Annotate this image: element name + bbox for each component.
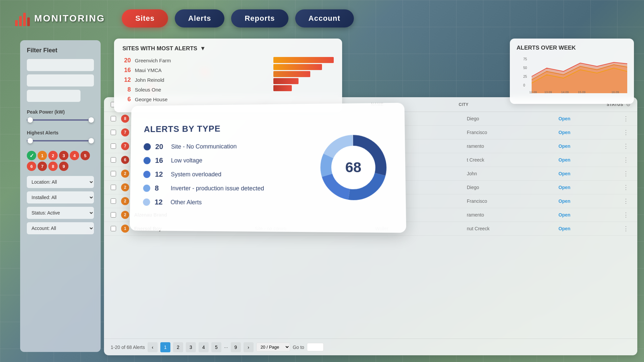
peak-power-slider[interactable] bbox=[27, 117, 94, 123]
nav-alerts-button[interactable]: Alerts bbox=[175, 9, 224, 27]
badge-check[interactable]: ✓ bbox=[27, 151, 36, 160]
installed-filter[interactable]: Installed: All bbox=[27, 191, 94, 203]
badge-7[interactable]: 7 bbox=[38, 162, 47, 171]
alert-badges-container: ✓ 1 2 3 4 5 6 7 8 9 bbox=[27, 151, 94, 171]
badge-5[interactable]: 5 bbox=[80, 151, 90, 160]
row-checkbox[interactable] bbox=[111, 171, 116, 176]
row-checkbox[interactable] bbox=[111, 130, 116, 135]
svg-text:13.09: 13.09 bbox=[544, 90, 552, 94]
cell-city: Diego bbox=[467, 185, 553, 190]
more-options-btn[interactable]: ⋮ bbox=[621, 184, 631, 191]
badge-8[interactable]: 8 bbox=[48, 162, 58, 171]
filter-input-2[interactable] bbox=[27, 74, 94, 86]
alert-count-badge: 8 bbox=[121, 115, 129, 123]
more-options-btn[interactable]: ⋮ bbox=[621, 142, 631, 150]
badge-9[interactable]: 9 bbox=[59, 162, 68, 171]
filter-input-3[interactable] bbox=[27, 90, 80, 102]
account-filter[interactable]: Account: All bbox=[27, 222, 94, 234]
more-options-btn[interactable]: ⋮ bbox=[621, 211, 631, 219]
location-filter[interactable]: Location: All bbox=[27, 176, 94, 188]
site-row-5: 6 George House bbox=[122, 96, 260, 103]
cell-status: Open bbox=[558, 130, 616, 135]
row-checkbox[interactable] bbox=[111, 198, 116, 204]
nav-sites-button[interactable]: Sites bbox=[122, 9, 168, 27]
more-options-btn[interactable]: ⋮ bbox=[621, 156, 631, 164]
highest-alerts-label: Highest Alerts bbox=[27, 130, 94, 135]
cell-city: nut Creeck bbox=[467, 226, 553, 231]
cell-city: Francisco bbox=[467, 130, 553, 135]
svg-text:0: 0 bbox=[523, 83, 525, 87]
badge-6[interactable]: 6 bbox=[27, 162, 36, 171]
svg-rect-2 bbox=[23, 13, 26, 26]
nav-reports-button[interactable]: Reports bbox=[231, 9, 288, 27]
svg-text:14.09: 14.09 bbox=[561, 90, 569, 94]
badge-1[interactable]: 1 bbox=[38, 151, 47, 160]
page-4-btn[interactable]: 4 bbox=[199, 342, 209, 352]
svg-text:25: 25 bbox=[523, 75, 527, 78]
badge-3[interactable]: 3 bbox=[59, 151, 68, 160]
highest-alerts-slider[interactable] bbox=[27, 137, 94, 144]
per-page-select[interactable]: 20 / Page 50 / Page 100 / Page bbox=[256, 343, 290, 352]
cell-status: Open bbox=[558, 143, 616, 149]
badge-2[interactable]: 2 bbox=[48, 151, 58, 160]
row-checkbox[interactable] bbox=[111, 157, 116, 163]
page-2-btn[interactable]: 2 bbox=[173, 342, 183, 352]
alert-type-row-3: 12 System overloaded bbox=[143, 170, 302, 179]
alert-type-dot-1 bbox=[144, 143, 151, 150]
cell-status: Open bbox=[558, 185, 616, 190]
next-page-btn[interactable]: › bbox=[244, 342, 254, 352]
alert-count-badge: 2 bbox=[121, 197, 129, 205]
nav-account-button[interactable]: Account bbox=[295, 9, 354, 27]
more-options-btn[interactable]: ⋮ bbox=[621, 170, 631, 177]
alert-type-row-4: 8 Inverter - production issue detected bbox=[143, 184, 302, 193]
week-alerts-widget: ALERTS OVER WEEK 75 50 25 0 12.09 13.09 … bbox=[510, 39, 634, 104]
row-checkbox[interactable] bbox=[111, 212, 116, 218]
row-checkbox[interactable] bbox=[111, 185, 116, 190]
more-options-btn[interactable]: ⋮ bbox=[621, 115, 631, 122]
sites-bar-chart bbox=[273, 57, 334, 91]
cell-status: Open bbox=[558, 226, 616, 231]
row-checkbox[interactable] bbox=[111, 143, 116, 149]
alert-type-row-2: 16 Low voltage bbox=[144, 156, 302, 165]
goto-input[interactable] bbox=[307, 343, 324, 351]
prev-page-btn[interactable]: ‹ bbox=[148, 342, 158, 352]
more-options-btn[interactable]: ⋮ bbox=[621, 129, 631, 136]
alert-type-row-1: 20 Site - No Communication bbox=[144, 142, 302, 151]
svg-rect-3 bbox=[27, 17, 30, 26]
row-checkbox[interactable] bbox=[111, 116, 116, 121]
svg-text:15.09: 15.09 bbox=[578, 90, 586, 94]
alerts-by-type-title: ALERTS BY TYPE bbox=[144, 123, 302, 134]
filter-input-1[interactable] bbox=[27, 59, 94, 71]
alert-type-dot-4 bbox=[143, 185, 150, 192]
page-1-btn[interactable]: 1 bbox=[160, 342, 170, 352]
site-row-3: 12 John Reinold bbox=[122, 76, 260, 83]
cell-city: t Creeck bbox=[467, 157, 553, 163]
sites-alerts-widget: SITES WITH MOST ALERTS ▼ 20 Greenvich Fa… bbox=[114, 39, 342, 112]
more-options-btn[interactable]: ⋮ bbox=[621, 197, 631, 205]
svg-text:75: 75 bbox=[523, 57, 527, 61]
alert-count-badge: 2 bbox=[121, 183, 129, 191]
page-5-btn[interactable]: 5 bbox=[211, 342, 221, 352]
status-filter[interactable]: Status: Active bbox=[27, 207, 94, 219]
peak-power-label: Peak Power (kW) bbox=[27, 109, 94, 115]
alert-count-badge: 7 bbox=[121, 142, 129, 150]
sites-alerts-title: SITES WITH MOST ALERTS ▼ bbox=[122, 45, 334, 52]
cell-city: John bbox=[467, 171, 553, 176]
svg-text:16.09: 16.09 bbox=[611, 90, 619, 94]
alert-count-badge: 2 bbox=[121, 211, 129, 219]
badge-4[interactable]: 4 bbox=[70, 151, 79, 160]
alert-type-row-5: 12 Other Alerts bbox=[143, 198, 302, 207]
sidebar-title: Filter Fleet bbox=[27, 47, 94, 54]
cell-status: Open bbox=[558, 212, 616, 218]
more-options-btn[interactable]: ⋮ bbox=[621, 225, 631, 232]
app-title: MONITORING bbox=[34, 13, 105, 24]
week-alerts-chart: 75 50 25 0 12.09 13.09 14.09 15.09 16.09 bbox=[517, 56, 627, 97]
row-checkbox[interactable] bbox=[111, 226, 116, 231]
week-alerts-title: ALERTS OVER WEEK bbox=[517, 45, 627, 51]
page-9-btn[interactable]: 9 bbox=[231, 342, 241, 352]
filter-sidebar: Filter Fleet Peak Power (kW) Highest Ale… bbox=[20, 40, 101, 352]
page-3-btn[interactable]: 3 bbox=[186, 342, 196, 352]
site-row-1: 20 Greenvich Farm bbox=[122, 57, 260, 64]
cell-city: ramento bbox=[467, 143, 553, 149]
cell-city: Francisco bbox=[467, 198, 553, 204]
